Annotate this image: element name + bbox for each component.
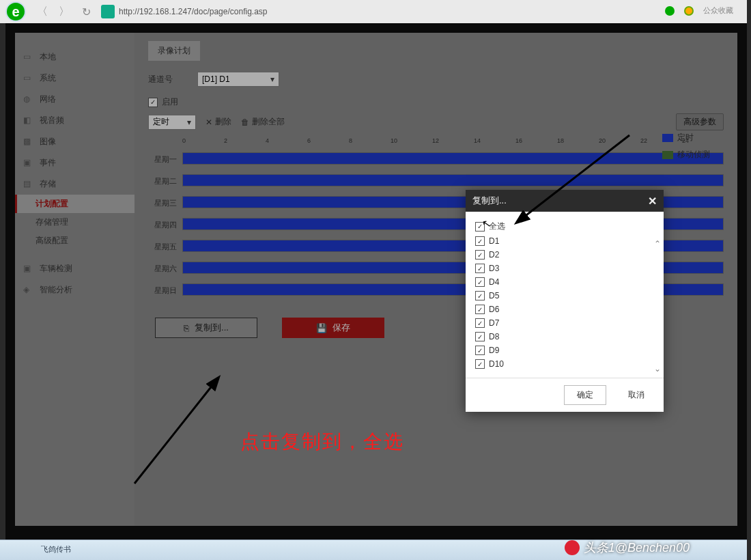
dialog-title: 复制到...	[472, 195, 507, 207]
enable-checkbox[interactable]: ✓	[148, 98, 158, 107]
dialog-confirm-button[interactable]: 确定	[564, 385, 606, 405]
scroll-up-icon[interactable]: ⌃	[654, 239, 661, 249]
tick-label: 4	[266, 137, 307, 144]
tick-label: 2	[224, 137, 266, 144]
annotation-text: 点击复制到，全选	[240, 429, 404, 455]
enable-row[interactable]: ✓ 启用	[148, 96, 724, 108]
monitor-frame: ▭本地 ▭系统 ◍网络 ◧视音频 ▩图像 ▣事件 ▤存储 计划配置 存储管理 高…	[5, 23, 747, 540]
channel-select[interactable]: [D1] D1	[197, 72, 279, 87]
sidebar-item-image[interactable]: ▩图像	[15, 131, 134, 152]
dialog-channel-item[interactable]: ✓D5	[475, 289, 654, 303]
sidebar-item-system[interactable]: ▭系统	[15, 68, 134, 89]
camera-icon: ◧	[23, 115, 34, 126]
monitor-icon: ▭	[23, 52, 34, 63]
legend-timed: 定时	[662, 132, 710, 143]
channel-label: D3	[489, 264, 499, 273]
tab-record-plan[interactable]: 录像计划	[148, 41, 200, 61]
sidebar-sub-advanced[interactable]: 高级配置	[15, 232, 134, 250]
channel-checkbox[interactable]: ✓	[475, 332, 485, 341]
car-icon: ▣	[23, 264, 34, 275]
channel-checkbox[interactable]: ✓	[475, 318, 485, 328]
watermark-logo-icon	[565, 540, 580, 555]
dialog-channel-item[interactable]: ✓D10	[475, 357, 654, 371]
schedule-day-label: 星期六	[148, 264, 182, 274]
channel-label: 通道号	[148, 74, 189, 85]
dialog-channel-item[interactable]: ✓D7	[475, 316, 654, 330]
legend: 定时 移动侦测	[662, 132, 710, 160]
save-button[interactable]: 💾保存	[282, 318, 384, 338]
channel-checkbox[interactable]: ✓	[475, 346, 485, 355]
storage-icon: ▤	[23, 179, 34, 190]
url-text[interactable]: http://192.168.1.247/doc/page/config.asp	[119, 7, 268, 16]
dialog-channel-item[interactable]: ✓D9	[475, 344, 654, 357]
nav-forward-icon[interactable]: 〉	[55, 2, 74, 21]
channel-label: D2	[489, 250, 499, 260]
event-icon: ▣	[23, 158, 34, 169]
channel-checkbox[interactable]: ✓	[475, 291, 485, 300]
nav-back-icon[interactable]: 〈	[33, 2, 52, 21]
brain-icon: ◈	[23, 285, 34, 296]
sidebar-sub-schedule[interactable]: 计划配置	[15, 195, 134, 213]
svg-line-1	[134, 384, 213, 484]
channel-label: D7	[489, 318, 499, 328]
channel-label: D5	[489, 291, 499, 300]
globe-icon: ◍	[23, 94, 34, 105]
shield-icon	[101, 5, 115, 18]
tick-label: 12	[432, 137, 474, 144]
copy-to-button[interactable]: ⎘复制到...	[155, 318, 257, 338]
channel-checkbox[interactable]: ✓	[475, 250, 485, 260]
dialog-footer: 确定 取消	[466, 378, 664, 412]
dialog-channel-item[interactable]: ✓D2	[475, 248, 654, 262]
legend-motion: 移动侦测	[662, 149, 710, 160]
nav-reload-icon[interactable]: ↻	[76, 2, 96, 21]
channel-label: D4	[489, 277, 499, 287]
record-type-select[interactable]: 定时	[148, 115, 196, 130]
taskbar-item[interactable]: 飞鸽传书	[41, 544, 71, 555]
swatch-motion	[662, 151, 673, 159]
channel-checkbox[interactable]: ✓	[475, 359, 485, 369]
channel-checkbox[interactable]: ✓	[475, 277, 485, 287]
tick-label: 10	[391, 137, 432, 144]
gear-icon: ▭	[23, 73, 34, 84]
x-icon: ✕	[206, 117, 212, 127]
channel-checkbox[interactable]: ✓	[475, 236, 485, 246]
channel-label: D10	[489, 359, 504, 369]
dialog-channel-item[interactable]: ✓D8	[475, 330, 654, 344]
trash-icon: 🗑	[241, 117, 249, 127]
channel-checkbox[interactable]: ✓	[475, 264, 485, 273]
sidebar-item-event[interactable]: ▣事件	[15, 152, 134, 173]
dialog-cancel-button[interactable]: 取消	[616, 385, 657, 405]
svg-line-0	[524, 135, 629, 217]
sidebar-sub-manage[interactable]: 存储管理	[15, 213, 134, 232]
swatch-timed	[662, 134, 673, 142]
tick-label: 14	[474, 137, 515, 144]
sidebar-item-vehicle[interactable]: ▣车辆检测	[15, 258, 134, 279]
sidebar-item-network[interactable]: ◍网络	[15, 89, 134, 110]
dialog-channel-item[interactable]: ✓D3	[475, 262, 654, 275]
delete-all-link[interactable]: 🗑删除全部	[241, 116, 285, 128]
channel-label: D9	[489, 346, 499, 355]
schedule-day-label: 星期四	[148, 220, 182, 230]
channel-label: D1	[489, 236, 499, 246]
channel-checkbox[interactable]: ✓	[475, 305, 485, 314]
tick-label: 0	[182, 137, 224, 144]
sidebar-item-smart[interactable]: ◈智能分析	[15, 279, 134, 300]
annotation-arrow-1	[513, 128, 650, 244]
channel-row: 通道号 [D1] D1	[148, 72, 724, 87]
bookmark-label[interactable]: 公众收藏	[703, 5, 733, 16]
enable-label: 启用	[162, 96, 178, 108]
status-dot-icon	[665, 6, 675, 16]
scroll-down-icon[interactable]: ⌄	[654, 364, 661, 374]
delete-link[interactable]: ✕删除	[206, 116, 231, 128]
sidebar-item-av[interactable]: ◧视音频	[15, 110, 134, 131]
browser-chrome: e 〈 〉 ↻ http://192.168.1.247/doc/page/co…	[0, 0, 747, 23]
dialog-channel-item[interactable]: ✓D6	[475, 303, 654, 316]
sidebar-item-local[interactable]: ▭本地	[15, 46, 134, 68]
channel-label: D8	[489, 332, 499, 341]
advanced-params-button[interactable]: 高级参数	[676, 113, 724, 130]
tick-label: 8	[349, 137, 391, 144]
dialog-channel-item[interactable]: ✓D4	[475, 275, 654, 289]
schedule-day-label: 星期三	[148, 198, 182, 208]
sidebar-item-storage[interactable]: ▤存储	[15, 173, 134, 195]
extension-icon[interactable]	[684, 6, 694, 16]
